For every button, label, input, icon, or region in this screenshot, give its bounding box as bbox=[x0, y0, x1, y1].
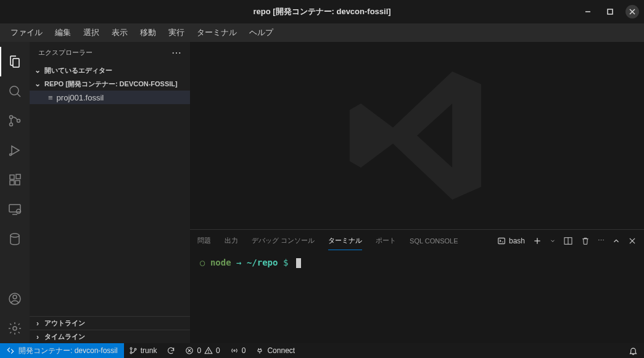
svg-rect-13 bbox=[15, 181, 20, 185]
explorer-more-icon[interactable]: ⋯ bbox=[171, 47, 181, 59]
svg-rect-11 bbox=[10, 175, 14, 179]
section-timeline[interactable]: › タイムライン bbox=[30, 330, 190, 343]
status-branch-label: trunk bbox=[141, 346, 157, 355]
panel-tabs: 問題 出力 デバッグ コンソール ターミナル ポート SQL CONSOLE b… bbox=[190, 230, 644, 251]
svg-rect-12 bbox=[10, 181, 14, 185]
tab-sql-console[interactable]: SQL CONSOLE bbox=[410, 233, 458, 249]
terminal-path-repo: repo bbox=[257, 258, 278, 267]
terminal-arrow: → bbox=[236, 258, 241, 267]
svg-point-29 bbox=[130, 348, 132, 349]
warning-icon bbox=[204, 346, 213, 355]
svg-point-21 bbox=[13, 327, 17, 330]
menu-help[interactable]: ヘルプ bbox=[244, 26, 279, 39]
activity-scm-icon[interactable] bbox=[0, 106, 30, 136]
section-open-editors[interactable]: ⌄ 開いているエディター bbox=[30, 63, 190, 77]
chevron-down-icon: ⌄ bbox=[33, 79, 42, 88]
activity-debug-icon[interactable] bbox=[0, 136, 30, 165]
activity-extensions-icon[interactable] bbox=[0, 165, 30, 195]
maximize-button[interactable] bbox=[603, 5, 617, 18]
panel-more-icon[interactable]: ⋯ bbox=[598, 237, 605, 245]
tab-debug-console[interactable]: デバッグ コンソール bbox=[252, 232, 315, 250]
activity-remote-explorer-icon[interactable] bbox=[0, 195, 30, 224]
chevron-down-icon: ⌄ bbox=[33, 66, 42, 75]
menu-run[interactable]: 実行 bbox=[163, 26, 190, 39]
section-label: 開いているエディター bbox=[44, 66, 112, 75]
titlebar: repo [開発コンテナー: devcon-fossil] bbox=[0, 0, 644, 23]
file-name: proj001.fossil bbox=[57, 93, 104, 102]
terminal-dropdown-icon[interactable] bbox=[550, 238, 556, 244]
activity-database-icon[interactable] bbox=[0, 224, 30, 254]
file-icon: ≡ bbox=[48, 93, 53, 102]
svg-point-20 bbox=[13, 295, 17, 299]
svg-point-8 bbox=[17, 120, 20, 123]
kill-terminal-icon[interactable] bbox=[580, 236, 590, 246]
explorer-header: エクスプローラー ⋯ bbox=[30, 42, 190, 63]
status-remote-label: 開発コンテナー: devcon-fossil bbox=[19, 346, 118, 356]
svg-rect-1 bbox=[608, 9, 613, 14]
panel-close-icon[interactable] bbox=[628, 237, 637, 245]
section-outline[interactable]: › アウトライン bbox=[30, 316, 190, 330]
explorer-tree: ⌄ 開いているエディター ⌄ REPO [開発コンテナー: DEVCON-FOS… bbox=[30, 63, 190, 316]
editor-empty bbox=[190, 42, 644, 229]
tab-problems[interactable]: 問題 bbox=[197, 232, 211, 250]
svg-rect-38 bbox=[258, 349, 262, 352]
menubar: ファイル 編集 選択 表示 移動 実行 ターミナル ヘルプ bbox=[0, 23, 644, 42]
status-ports[interactable]: 0 bbox=[225, 343, 251, 358]
status-ports-count: 0 bbox=[242, 346, 246, 355]
status-errors-count: 0 bbox=[197, 346, 201, 355]
editor-area: 問題 出力 デバッグ コンソール ターミナル ポート SQL CONSOLE b… bbox=[190, 42, 644, 343]
section-label: アウトライン bbox=[44, 319, 85, 328]
status-connect-label: Connect bbox=[267, 346, 295, 355]
status-connect[interactable]: Connect bbox=[250, 343, 300, 358]
menu-go[interactable]: 移動 bbox=[134, 26, 162, 39]
explorer-bottom: › アウトライン › タイムライン bbox=[30, 316, 190, 343]
section-repo[interactable]: ⌄ REPO [開発コンテナー: DEVCON-FOSSIL] bbox=[30, 77, 190, 91]
section-label: タイムライン bbox=[44, 332, 85, 341]
terminal-status-dot: ○ bbox=[200, 258, 205, 267]
svg-point-31 bbox=[134, 348, 136, 350]
terminal-profile-icon bbox=[497, 237, 506, 245]
new-terminal-icon[interactable] bbox=[532, 236, 542, 246]
status-problems[interactable]: 0 0 bbox=[180, 343, 225, 358]
radio-icon bbox=[230, 346, 239, 355]
menu-selection[interactable]: 選択 bbox=[78, 26, 105, 39]
tab-ports[interactable]: ポート bbox=[376, 232, 396, 250]
file-row[interactable]: ≡ proj001.fossil bbox=[30, 91, 190, 104]
activity-bar bbox=[0, 42, 30, 343]
bottom-panel: 問題 出力 デバッグ コンソール ターミナル ポート SQL CONSOLE b… bbox=[190, 229, 644, 343]
svg-point-36 bbox=[208, 352, 209, 353]
tab-terminal[interactable]: ターミナル bbox=[328, 232, 362, 250]
split-terminal-icon[interactable] bbox=[563, 236, 573, 246]
tab-output[interactable]: 出力 bbox=[225, 232, 238, 250]
menu-edit[interactable]: 編集 bbox=[49, 26, 76, 39]
terminal-content[interactable]: ○ node → ~/repo $ bbox=[190, 251, 644, 343]
terminal-cursor bbox=[296, 258, 301, 268]
statusbar: 開発コンテナー: devcon-fossil trunk 0 0 0 Conne… bbox=[0, 343, 644, 358]
close-button[interactable] bbox=[625, 5, 639, 18]
menu-view[interactable]: 表示 bbox=[106, 26, 133, 39]
status-notifications-icon[interactable] bbox=[622, 346, 644, 356]
terminal-kind-label: bash bbox=[509, 237, 525, 245]
chevron-right-icon: › bbox=[33, 333, 42, 341]
vscode-watermark-icon bbox=[337, 55, 497, 216]
activity-search-icon[interactable] bbox=[0, 76, 30, 106]
svg-point-18 bbox=[10, 234, 19, 237]
menu-file[interactable]: ファイル bbox=[5, 26, 48, 39]
explorer-title: エクスプローラー bbox=[38, 48, 93, 57]
activity-explorer-icon[interactable] bbox=[0, 47, 30, 76]
section-label: REPO [開発コンテナー: DEVCON-FOSSIL] bbox=[44, 79, 178, 89]
error-icon bbox=[185, 346, 194, 355]
svg-line-5 bbox=[17, 94, 20, 97]
activity-account-icon[interactable] bbox=[0, 284, 30, 314]
status-branch[interactable]: trunk bbox=[124, 343, 162, 358]
menu-terminal[interactable]: ターミナル bbox=[191, 26, 242, 39]
minimize-button[interactable] bbox=[581, 5, 595, 18]
svg-point-37 bbox=[234, 350, 235, 351]
status-sync[interactable] bbox=[162, 343, 180, 358]
terminal-kind-selector[interactable]: bash bbox=[497, 237, 525, 245]
panel-maximize-icon[interactable] bbox=[612, 237, 621, 245]
status-remote-indicator[interactable]: 開発コンテナー: devcon-fossil bbox=[0, 343, 124, 358]
activity-settings-icon[interactable] bbox=[0, 314, 30, 343]
terminal-prompt: $ bbox=[283, 258, 288, 267]
status-warnings-count: 0 bbox=[216, 346, 220, 355]
